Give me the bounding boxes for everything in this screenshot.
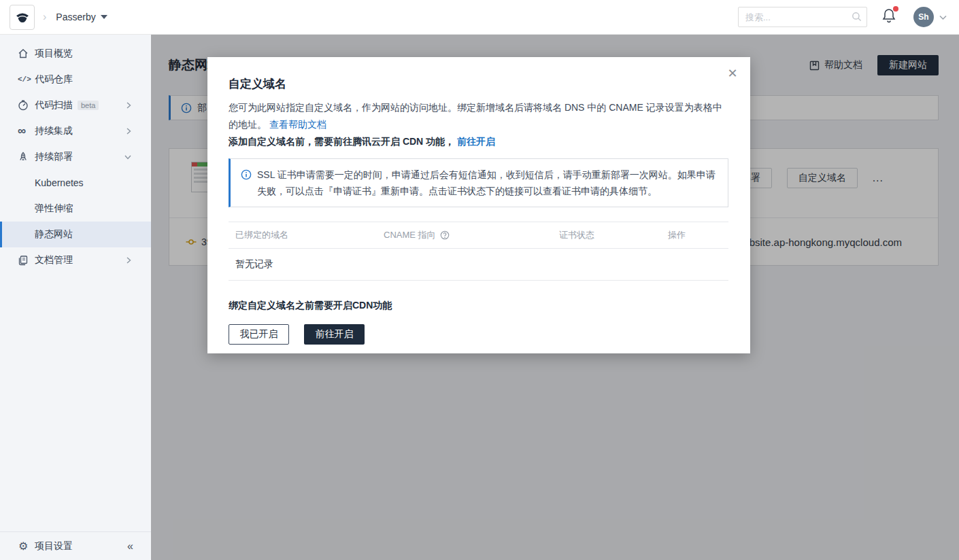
domains-table-header: 已绑定的域名 CNAME 指向 证书状态 操作	[229, 222, 728, 249]
column-header-domain: 已绑定的域名	[229, 229, 377, 241]
team-switcher[interactable]: Passerby	[56, 12, 107, 22]
modal-description: 您可为此网站指定自定义域名，作为网站的访问地址。绑定新增域名后请将域名 DNS …	[229, 99, 728, 133]
top-navbar: › Passerby Sh	[0, 0, 959, 35]
sidebar-item-label: 弹性伸缩	[35, 203, 73, 215]
sidebar-item-document-management[interactable]: 文档管理	[0, 247, 151, 273]
sidebar-item-label: 文档管理	[35, 254, 73, 266]
sidebar-item-code-repo[interactable]: </> 代码仓库	[0, 67, 151, 92]
sidebar-item-label: 项目概览	[35, 48, 73, 60]
column-header-label: 已绑定的域名	[235, 229, 288, 241]
chevron-right-icon	[125, 101, 132, 109]
chevron-down-icon	[101, 15, 107, 19]
column-header-cname: CNAME 指向	[377, 229, 552, 241]
cdn-notice: 添加自定义域名前，需要前往腾讯云开启 CDN 功能， 前往开启	[229, 133, 728, 150]
sidebar-item-static-website[interactable]: 静态网站	[0, 222, 151, 247]
code-icon: </>	[18, 75, 35, 84]
search-box	[738, 7, 867, 27]
infinity-icon: ∞	[18, 124, 35, 138]
column-header-label: 操作	[668, 229, 686, 241]
sidebar-item-kubernetes[interactable]: Kubernetes	[0, 170, 151, 196]
sidebar-item-label: 静态网站	[35, 228, 73, 241]
column-header-label: 证书状态	[559, 229, 594, 241]
sidebar-item-label: 持续部署	[35, 151, 73, 163]
domains-table: 已绑定的域名 CNAME 指向 证书状态 操作	[229, 222, 728, 281]
app-window: › Passerby Sh	[0, 0, 959, 560]
breadcrumb-separator: ›	[43, 11, 46, 23]
cdn-notice-text: 添加自定义域名前，需要前往腾讯云开启 CDN 功能，	[229, 136, 454, 147]
search-input[interactable]	[738, 7, 867, 27]
navbar-right: Sh	[738, 7, 959, 27]
custom-domain-modal: ✕ 自定义域名 您可为此网站指定自定义域名，作为网站的访问地址。绑定新增域名后请…	[207, 57, 750, 353]
sidebar-list: 项目概览 </> 代码仓库 代码扫描 beta ∞ 持续集成	[0, 35, 151, 273]
notification-badge	[893, 6, 898, 12]
ssl-info-box: SSL 证书申请需要一定的时间，申请通过后会有短信通知，收到短信后，请手动重新部…	[229, 158, 728, 207]
column-header-actions: 操作	[661, 229, 686, 241]
sidebar-item-label: Kubernetes	[35, 177, 84, 188]
empty-records-text: 暂无记录	[229, 258, 273, 270]
sidebar-item-project-overview[interactable]: 项目概览	[0, 41, 151, 67]
scan-gauge-icon	[18, 100, 35, 111]
close-icon[interactable]: ✕	[724, 65, 741, 82]
search-icon	[852, 12, 862, 24]
coding-logo[interactable]	[10, 5, 35, 30]
modal-buttons: 我已开启 前往开启	[229, 324, 728, 345]
ssl-info-text: SSL 证书申请需要一定的时间，申请通过后会有短信通知，收到短信后，请手动重新部…	[257, 167, 718, 199]
sidebar-item-continuous-deployment[interactable]: 持续部署	[0, 144, 151, 170]
notifications-button[interactable]	[882, 8, 896, 26]
empty-table-row: 暂无记录	[229, 249, 728, 281]
column-header-cert-status: 证书状态	[552, 229, 661, 241]
sidebar-item-label: 代码扫描	[35, 99, 73, 111]
project-settings-label[interactable]: 项目设置	[35, 540, 73, 553]
sidebar-footer: ⚙ 项目设置 «	[0, 531, 151, 560]
go-open-cdn-link[interactable]: 前往开启	[457, 136, 495, 147]
avatar[interactable]: Sh	[913, 7, 934, 27]
already-opened-button[interactable]: 我已开启	[229, 324, 289, 345]
sidebar: 项目概览 </> 代码仓库 代码扫描 beta ∞ 持续集成	[0, 35, 151, 560]
beta-badge: beta	[78, 101, 99, 110]
cdn-requirement-text: 绑定自定义域名之前需要开启CDN功能	[229, 300, 728, 312]
chevron-right-icon	[125, 127, 132, 135]
sidebar-item-label: 代码仓库	[35, 73, 73, 86]
documents-icon	[18, 255, 35, 266]
deploy-rocket-icon	[18, 152, 35, 162]
coding-logo-icon	[15, 10, 30, 24]
chevron-down-icon	[124, 154, 132, 160]
team-name-label: Passerby	[56, 12, 95, 22]
go-open-button[interactable]: 前往开启	[304, 324, 365, 345]
sidebar-item-label: 持续集成	[35, 125, 73, 137]
question-circle-icon[interactable]	[440, 230, 450, 240]
gear-icon: ⚙	[18, 540, 35, 553]
sidebar-item-elastic-scaling[interactable]: 弹性伸缩	[0, 196, 151, 222]
home-icon	[18, 48, 35, 59]
collapse-sidebar-icon[interactable]: «	[127, 540, 133, 553]
account-chevron-down-icon[interactable]	[939, 11, 947, 23]
sidebar-item-code-scan[interactable]: 代码扫描 beta	[0, 92, 151, 118]
view-help-doc-link[interactable]: 查看帮助文档	[269, 119, 326, 130]
column-header-label: CNAME 指向	[384, 229, 436, 241]
modal-title: 自定义域名	[229, 76, 728, 92]
info-icon	[241, 169, 252, 180]
chevron-right-icon	[125, 256, 132, 264]
sidebar-item-continuous-integration[interactable]: ∞ 持续集成	[0, 118, 151, 144]
